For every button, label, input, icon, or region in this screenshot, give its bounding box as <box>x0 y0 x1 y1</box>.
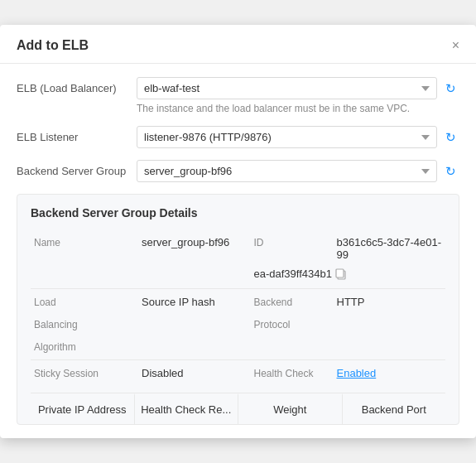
name-key: Name <box>34 237 60 248</box>
tabs-row: Private IP Address Health Check Re... We… <box>31 393 445 424</box>
backend-protocol-key-cell: Backend <box>251 291 334 313</box>
id-value2-cell: ea-daf39ff434b1 <box>251 266 446 287</box>
id-key-cell: ID <box>251 231 334 266</box>
listener-row: ELB Listener listener-9876 (HTTP/9876) ↻ <box>17 126 459 148</box>
listener-select-wrap: listener-9876 (HTTP/9876) <box>137 126 437 148</box>
id-value2: ea-daf39ff434b1 <box>254 268 332 280</box>
elb-select-wrap: elb-waf-test <box>137 77 437 99</box>
add-to-elb-modal: Add to ELB × ELB (Load Balancer) elb-waf… <box>0 25 476 438</box>
health-check-key: Health Check <box>254 368 314 379</box>
backend-select-wrap: server_group-bf96 <box>137 160 437 182</box>
name-value-cell: server_group-bf96 <box>138 231 251 266</box>
modal-title: Add to ELB <box>17 38 89 53</box>
backend-protocol-value-cell: HTTP <box>334 291 446 313</box>
backend-server-group-details: Backend Server Group Details Name server… <box>17 194 459 425</box>
sticky-value: Disabled <box>142 367 184 379</box>
load-value: Source IP hash <box>142 296 215 308</box>
tab-backend-port[interactable]: Backend Port <box>343 393 446 424</box>
health-check-value[interactable]: Enabled <box>337 367 377 379</box>
divider-1 <box>31 288 445 289</box>
elb-row: ELB (Load Balancer) elb-waf-test ↻ The i… <box>17 77 459 114</box>
protocol-label-cell: Protocol <box>251 313 334 335</box>
sticky-key: Sticky Session <box>34 368 99 379</box>
svg-rect-1 <box>336 269 344 277</box>
listener-label: ELB Listener <box>17 126 137 143</box>
tab-weight[interactable]: Weight <box>238 393 343 424</box>
backend-field: server_group-bf96 ↻ <box>137 160 459 182</box>
backend-refresh-button[interactable]: ↻ <box>442 162 459 181</box>
balancing-key: Balancing <box>34 319 78 330</box>
sticky-value-cell: Disabled <box>138 362 251 384</box>
empty-protocol-cell <box>334 313 446 335</box>
elb-label: ELB (Load Balancer) <box>17 77 137 94</box>
health-check-key-cell: Health Check <box>251 362 334 384</box>
modal-body: ELB (Load Balancer) elb-waf-test ↻ The i… <box>0 64 476 438</box>
empty-cell-1 <box>31 266 251 287</box>
divider-2 <box>31 359 445 360</box>
elb-field: elb-waf-test ↻ The instance and the load… <box>137 77 459 114</box>
health-check-value-cell: Enabled <box>334 362 446 384</box>
tab-health-check-re[interactable]: Health Check Re... <box>135 393 239 424</box>
modal-header: Add to ELB × <box>0 25 476 64</box>
backend-protocol-value: HTTP <box>337 296 365 308</box>
tab-private-ip-address[interactable]: Private IP Address <box>31 393 135 424</box>
backend-protocol-key: Backend <box>254 297 293 308</box>
sticky-key-cell: Sticky Session <box>31 362 138 384</box>
balancing-value-cell <box>138 313 251 335</box>
elb-select[interactable]: elb-waf-test <box>137 77 437 99</box>
name-key-cell: Name <box>31 231 138 266</box>
elb-hint: The instance and the load balancer must … <box>137 103 459 114</box>
backend-select-row: server_group-bf96 ↻ <box>137 160 459 182</box>
backend-row: Backend Server Group server_group-bf96 ↻ <box>17 160 459 182</box>
backend-select[interactable]: server_group-bf96 <box>137 160 437 182</box>
load-key: Load <box>34 297 56 308</box>
details-grid: Name server_group-bf96 ID b361c6c5-3dc7-… <box>31 231 445 384</box>
id-value-cell: b361c6c5-3dc7-4e01-99 <box>334 231 446 266</box>
empty-algorithm-val <box>138 335 445 358</box>
protocol-label: Protocol <box>254 319 291 330</box>
listener-select[interactable]: listener-9876 (HTTP/9876) <box>137 126 437 148</box>
copy-icon[interactable] <box>335 268 347 280</box>
name-value: server_group-bf96 <box>142 236 229 248</box>
listener-field: listener-9876 (HTTP/9876) ↻ <box>137 126 459 148</box>
details-title: Backend Server Group Details <box>31 206 445 219</box>
id-key: ID <box>254 237 264 248</box>
close-button[interactable]: × <box>452 39 459 52</box>
id-value: b361c6c5-3dc7-4e01-99 <box>337 236 441 261</box>
backend-label: Backend Server Group <box>17 160 137 177</box>
elb-select-row: elb-waf-test ↻ <box>137 77 459 99</box>
algorithm-key: Algorithm <box>34 341 76 353</box>
algorithm-key-cell: Algorithm <box>31 335 138 358</box>
load-value-cell: Source IP hash <box>138 291 251 313</box>
listener-refresh-button[interactable]: ↻ <box>442 128 459 147</box>
elb-refresh-button[interactable]: ↻ <box>442 79 459 98</box>
load-key-cell: Load <box>31 291 138 313</box>
listener-select-row: listener-9876 (HTTP/9876) ↻ <box>137 126 459 148</box>
balancing-key-cell: Balancing <box>31 313 138 335</box>
